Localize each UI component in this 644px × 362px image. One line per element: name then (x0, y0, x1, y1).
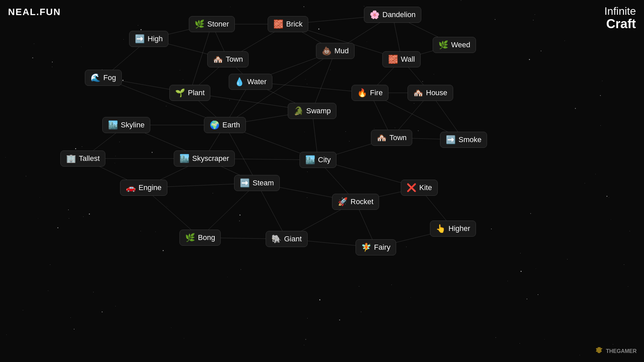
node-emoji-brick: 🧱 (273, 20, 283, 28)
node-engine[interactable]: 🚗Engine (120, 180, 167, 196)
infinite-label: Infinite (604, 5, 636, 17)
node-stoner[interactable]: 🌿Stoner (189, 16, 235, 32)
node-label-water: Water (247, 77, 267, 86)
node-town2[interactable]: 🏘️Town (371, 130, 412, 146)
node-emoji-steam: ➡️ (240, 179, 250, 187)
node-emoji-swamp: 🐊 (293, 107, 304, 115)
node-label-high: High (148, 35, 163, 43)
node-emoji-fire: 🔥 (357, 89, 367, 97)
node-label-city: City (318, 156, 331, 164)
node-label-kite: Kite (419, 183, 432, 192)
node-label-fog: Fog (103, 73, 116, 82)
node-label-weed: Weed (451, 41, 470, 49)
node-weed[interactable]: 🌿Weed (433, 37, 476, 53)
node-earth[interactable]: 🌍Earth (204, 117, 246, 133)
node-emoji-house: 🏘️ (413, 89, 423, 97)
node-high[interactable]: ➡️High (129, 31, 168, 47)
node-emoji-high: ➡️ (135, 35, 145, 43)
node-label-house: House (426, 88, 447, 97)
node-giant[interactable]: 🐘Giant (266, 231, 308, 247)
node-emoji-weed: 🌿 (438, 41, 448, 49)
node-emoji-mud: 💩 (322, 47, 332, 55)
node-label-stoner: Stoner (207, 20, 229, 28)
node-emoji-tallest: 🏢 (66, 155, 76, 163)
node-label-skyline: Skyline (121, 121, 145, 129)
node-steam[interactable]: ➡️Steam (234, 175, 280, 191)
node-fairy[interactable]: 🧚Fairy (356, 239, 396, 255)
connection-steam-giant (257, 183, 287, 239)
node-emoji-smoke: ➡️ (446, 136, 456, 144)
node-emoji-skyline: 🏙️ (108, 121, 118, 129)
node-kite[interactable]: ❌Kite (401, 180, 438, 196)
node-house[interactable]: 🏘️House (408, 85, 453, 101)
node-emoji-town1: 🏘️ (213, 55, 223, 63)
node-label-rocket: Rocket (351, 197, 373, 206)
node-wall[interactable]: 🧱Wall (382, 51, 421, 67)
node-emoji-bong: 🌿 (185, 234, 195, 242)
node-label-plant: Plant (188, 88, 205, 97)
node-brick[interactable]: 🧱Brick (268, 16, 308, 32)
node-mud[interactable]: 💩Mud (316, 43, 355, 59)
node-bong[interactable]: 🌿Bong (179, 230, 221, 246)
node-emoji-town2: 🏘️ (377, 134, 387, 142)
node-emoji-higher: 👆 (436, 225, 446, 233)
craft-label: Craft (604, 17, 636, 31)
node-city[interactable]: 🏙️City (300, 152, 336, 168)
node-emoji-skyscraper: 🏙️ (179, 155, 190, 163)
node-higher[interactable]: 👆Higher (430, 221, 476, 237)
node-label-mud: Mud (334, 47, 349, 55)
node-label-fire: Fire (370, 88, 383, 97)
node-fog[interactable]: 🌊Fog (85, 70, 122, 86)
node-label-skyscraper: Skyscraper (192, 154, 229, 163)
node-emoji-plant: 🌱 (175, 89, 185, 97)
node-label-tallest: Tallest (79, 154, 100, 163)
node-plant[interactable]: 🌱Plant (169, 85, 210, 101)
node-water[interactable]: 💧Water (229, 74, 272, 90)
node-emoji-dandelion: 🌸 (370, 11, 380, 19)
node-emoji-stoner: 🌿 (195, 20, 205, 28)
node-emoji-engine: 🚗 (126, 184, 136, 192)
node-emoji-fairy: 🧚 (361, 243, 371, 251)
node-skyline[interactable]: 🏙️Skyline (102, 117, 150, 133)
node-emoji-wall: 🧱 (388, 55, 398, 63)
connection-mud-swamp (312, 51, 335, 111)
node-label-steam: Steam (253, 179, 274, 187)
node-smoke[interactable]: ➡️Smoke (440, 132, 487, 148)
node-label-engine: Engine (139, 183, 162, 192)
node-label-swamp: Swamp (306, 107, 331, 115)
node-dandelion[interactable]: 🌸Dandelion (364, 7, 421, 23)
node-emoji-rocket: 🚀 (338, 198, 348, 206)
node-label-higher: Higher (448, 224, 470, 233)
node-rocket[interactable]: 🚀Rocket (332, 194, 379, 210)
node-skyscraper[interactable]: 🏙️Skyscraper (174, 150, 235, 167)
node-label-dandelion: Dandelion (382, 10, 416, 19)
node-swamp[interactable]: 🐊Swamp (288, 103, 336, 119)
node-emoji-city: 🏙️ (305, 156, 315, 164)
node-emoji-giant: 🐘 (271, 235, 281, 243)
node-label-wall: Wall (401, 55, 415, 64)
neal-fun-logo: NEAL.FUN (8, 7, 61, 17)
node-emoji-kite: ❌ (407, 184, 417, 192)
node-label-brick: Brick (286, 20, 303, 28)
node-label-earth: Earth (222, 121, 240, 129)
node-town1[interactable]: 🏘️Town (207, 51, 249, 67)
node-label-town2: Town (389, 133, 407, 142)
infinite-craft-logo: Infinite Craft (604, 5, 636, 31)
node-emoji-earth: 🌍 (210, 121, 220, 129)
thegamer-watermark: THEGAMER (594, 347, 637, 356)
node-emoji-fog: 🌊 (91, 74, 101, 82)
node-emoji-water: 💧 (234, 78, 245, 86)
node-label-bong: Bong (198, 233, 215, 242)
node-tallest[interactable]: 🏢Tallest (60, 150, 105, 167)
node-label-fairy: Fairy (374, 243, 390, 252)
node-label-town1: Town (226, 55, 243, 64)
node-label-smoke: Smoke (459, 135, 481, 144)
node-fire[interactable]: 🔥Fire (352, 85, 388, 101)
thegamer-label: THEGAMER (606, 348, 637, 354)
gear-icon (594, 347, 604, 356)
node-label-giant: Giant (284, 235, 302, 243)
